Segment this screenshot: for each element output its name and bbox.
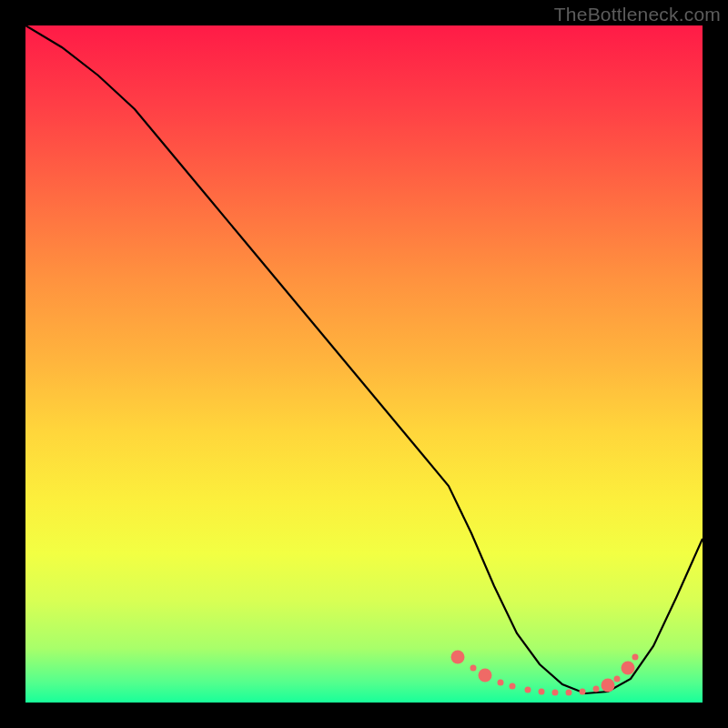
plot-area: [25, 25, 703, 703]
curve-markers: [451, 651, 639, 696]
marker-dot: [602, 679, 615, 693]
marker-dot: [539, 689, 545, 695]
marker-dot: [510, 683, 516, 690]
marker-dot: [552, 690, 559, 696]
marker-dot: [470, 665, 477, 672]
marker-dot: [451, 651, 465, 664]
chart-svg: [25, 25, 703, 703]
marker-dot: [632, 654, 639, 661]
marker-dot: [614, 676, 621, 682]
marker-dot: [525, 687, 531, 693]
marker-dot: [580, 689, 586, 695]
watermark-text: TheBottleneck.com: [554, 4, 721, 25]
marker-dot: [593, 686, 600, 693]
curve-line: [25, 25, 703, 693]
marker-dot: [622, 662, 635, 675]
marker-dot: [479, 669, 492, 682]
marker-dot: [498, 680, 504, 686]
chart-frame: TheBottleneck.com: [0, 0, 728, 728]
marker-dot: [566, 690, 572, 696]
